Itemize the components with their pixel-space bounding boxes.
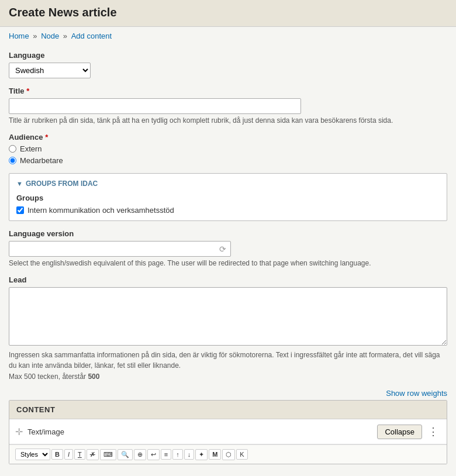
audience-medarbetare-radio[interactable]: [9, 157, 16, 164]
breadcrumb-sep-1: »: [33, 32, 39, 40]
breadcrumb-add-content[interactable]: Add content: [71, 32, 112, 40]
show-row-weights-link[interactable]: Show row weights: [386, 389, 447, 398]
toolbar-indent-btn[interactable]: ↓: [184, 449, 195, 460]
audience-medarbetare-label[interactable]: Medarbetare: [9, 156, 447, 165]
audience-extern-radio[interactable]: [9, 145, 16, 153]
language-version-description: Select the english/swedish equivalent of…: [9, 259, 447, 267]
toolbar-source2-btn[interactable]: K: [236, 449, 247, 460]
toolbar-row: Styles B I T ✗ ⌨ 🔍 ⊕ ↩ ≡ ↑ ↓ ✦ M ⬡ K: [9, 444, 447, 464]
language-version-input-wrap: ⟳: [9, 241, 231, 257]
audience-label: Audience *: [9, 133, 447, 142]
collapse-button[interactable]: Collapse: [377, 425, 422, 439]
groups-checkbox-label: Intern kommunikation och verksamhetsstöd: [27, 206, 174, 215]
page-title: Create News article: [9, 6, 447, 19]
toolbar-italic-btn[interactable]: I: [64, 449, 73, 460]
content-section: CONTENT ✛ Text/image Collapse ⋮ Styles B…: [9, 400, 447, 464]
breadcrumb-sep-2: »: [63, 32, 70, 40]
show-row-weights: Show row weights: [9, 389, 447, 398]
toolbar-bold-btn[interactable]: B: [51, 449, 63, 460]
language-select[interactable]: Swedish English: [9, 63, 91, 78]
lead-label: Lead: [9, 275, 447, 284]
toolbar-underline-btn[interactable]: T: [74, 449, 85, 460]
language-version-label: Language version: [9, 229, 447, 238]
page-header: Create News article: [0, 0, 456, 27]
lead-textarea[interactable]: [9, 287, 447, 346]
language-version-input[interactable]: [9, 241, 231, 257]
lead-description: Ingressen ska sammanfatta informationen …: [9, 350, 447, 371]
breadcrumb: Home » Node » Add content: [0, 27, 456, 45]
toolbar-special-btn[interactable]: ✦: [195, 449, 208, 460]
toolbar-image-btn[interactable]: ↩: [147, 449, 160, 460]
title-field-group: Title * Title är rubriken på din sida, t…: [9, 87, 447, 125]
toolbar-source-btn[interactable]: ⌨: [100, 449, 116, 460]
groups-checkbox-row: Intern kommunikation och verksamhetsstöd: [16, 206, 440, 215]
toolbar-media-btn[interactable]: M: [209, 449, 221, 460]
groups-arrow-icon: ▼: [16, 180, 23, 187]
audience-extern-label[interactable]: Extern: [9, 144, 447, 153]
breadcrumb-node[interactable]: Node: [41, 32, 59, 40]
groups-box-title: GROUPS FROM IDAC: [26, 180, 98, 188]
groups-label: Groups: [16, 194, 440, 202]
title-label: Title *: [9, 87, 447, 95]
language-field-group: Language Swedish English: [9, 51, 447, 78]
toolbar-list-btn[interactable]: ≡: [161, 449, 171, 460]
spinner-icon: ⟳: [219, 244, 226, 254]
content-item: ✛ Text/image Collapse ⋮: [9, 419, 447, 444]
content-header: CONTENT: [9, 401, 447, 419]
toolbar-style-select[interactable]: Styles: [15, 449, 50, 460]
groups-box-header: ▼ GROUPS FROM IDAC: [16, 180, 440, 188]
main-content: Language Swedish English Title * Title ä…: [0, 45, 456, 470]
drag-handle-icon[interactable]: ✛: [15, 426, 23, 437]
audience-required-marker: *: [45, 133, 48, 142]
more-options-icon[interactable]: ⋮: [426, 424, 441, 439]
language-label: Language: [9, 51, 447, 60]
lead-counter: Max 500 tecken, återstår 500: [9, 372, 447, 381]
breadcrumb-home[interactable]: Home: [9, 32, 29, 40]
audience-field-group: Audience * Extern Medarbetare: [9, 133, 447, 165]
toolbar-link-btn[interactable]: ⊕: [134, 449, 146, 460]
language-version-field-group: Language version ⟳ Select the english/sw…: [9, 229, 447, 267]
toolbar-block-btn[interactable]: ⬡: [222, 449, 235, 460]
title-input[interactable]: [9, 98, 301, 114]
audience-medarbetare-text: Medarbetare: [20, 156, 63, 165]
title-required-marker: *: [26, 87, 29, 95]
lead-field-group: Lead Ingressen ska sammanfatta informati…: [9, 275, 447, 381]
toolbar-search-btn[interactable]: 🔍: [118, 449, 133, 460]
content-item-label: Text/image: [27, 427, 377, 436]
title-description: Title är rubriken på din sida, tänk på a…: [9, 116, 447, 125]
toolbar-strikethrough-btn[interactable]: ✗: [87, 449, 99, 460]
audience-radio-group: Extern Medarbetare: [9, 144, 447, 165]
groups-checkbox[interactable]: [16, 206, 24, 214]
toolbar-table-btn[interactable]: ↑: [172, 449, 183, 460]
groups-box: ▼ GROUPS FROM IDAC Groups Intern kommuni…: [9, 173, 447, 221]
audience-extern-text: Extern: [20, 144, 42, 153]
